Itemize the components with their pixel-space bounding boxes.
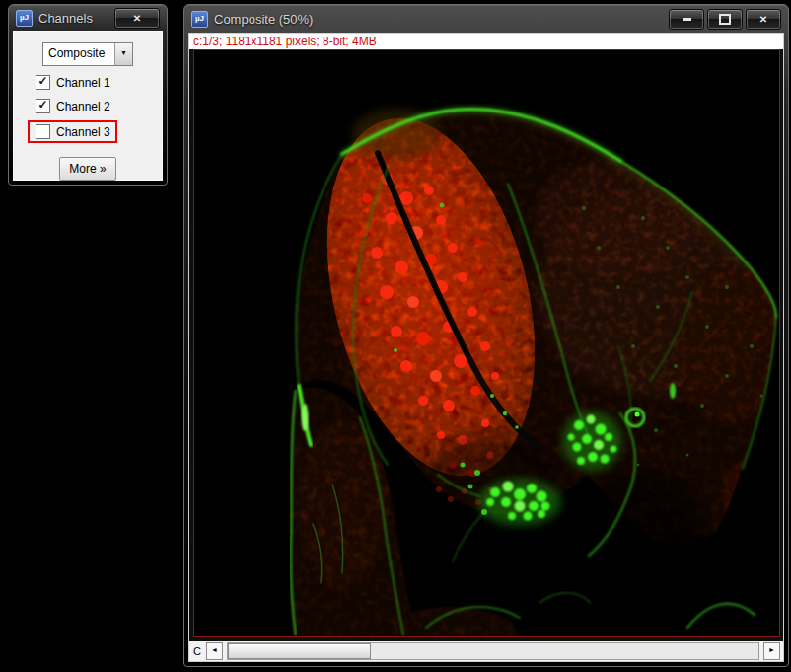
channels-window: µJ Channels ✕ Composite ▼ ✓ Channel 1 ✓ … <box>8 4 168 186</box>
channel-1-label: Channel 1 <box>56 76 110 90</box>
composite-window: µJ Composite (50%) ✕ c:1/3; 1181x1181 pi… <box>183 4 789 667</box>
minimize-icon <box>683 18 691 21</box>
imagej-icon: µJ <box>16 10 33 27</box>
channel-2-label: Channel 2 <box>56 100 110 113</box>
image-canvas[interactable] <box>193 49 780 637</box>
scroll-right-button[interactable]: ► <box>763 642 780 660</box>
image-status-bar: c:1/3; 1181x1181 pixels; 8-bit; 4MB <box>189 34 783 49</box>
channel-2-checkbox[interactable]: ✓ <box>36 99 50 113</box>
scroll-right-icon: ► <box>768 646 775 653</box>
close-button[interactable]: ✕ <box>114 8 160 29</box>
channel-1-row[interactable]: ✓ Channel 1 <box>36 75 162 90</box>
composite-titlebar[interactable]: µJ Composite (50%) ✕ <box>184 5 788 33</box>
check-icon: ✓ <box>37 98 47 112</box>
maximize-button[interactable] <box>707 9 743 30</box>
channel-scrollbar-thumb[interactable] <box>228 643 371 659</box>
channel-3-label: Channel 3 <box>56 125 110 139</box>
channel-2-row[interactable]: ✓ Channel 2 <box>36 99 162 113</box>
more-button[interactable]: More » <box>59 157 116 181</box>
canvas-row <box>189 49 783 637</box>
imagej-icon: µJ <box>191 11 208 28</box>
composite-client-area: c:1/3; 1181x1181 pixels; 8-bit; 4MB <box>188 33 784 662</box>
display-mode-value: Composite <box>43 43 114 65</box>
close-button[interactable]: ✕ <box>746 9 781 30</box>
channel-scrollbar-label: C <box>192 645 202 657</box>
display-mode-select[interactable]: Composite ▼ <box>42 42 133 66</box>
check-icon: ✓ <box>37 74 47 88</box>
channel-scrollbar: C ◄ ► <box>189 641 783 661</box>
chevron-down-icon[interactable]: ▼ <box>114 43 132 65</box>
minimize-button[interactable] <box>669 9 704 30</box>
close-icon: ✕ <box>133 13 141 24</box>
channels-window-title: Channels <box>38 11 93 26</box>
channel-scrollbar-track[interactable] <box>227 642 759 660</box>
channel-3-highlight-box: Channel 3 <box>28 120 117 143</box>
channel-3-checkbox[interactable] <box>36 124 50 139</box>
channel-1-checkbox[interactable]: ✓ <box>36 75 50 90</box>
scroll-left-icon: ◄ <box>211 646 218 653</box>
microscopy-image <box>194 50 779 636</box>
composite-window-title: Composite (50%) <box>214 12 313 27</box>
maximize-icon <box>719 14 731 25</box>
close-icon: ✕ <box>759 14 767 25</box>
desktop: { "icons": { "close": "✕", "dropdown_arr… <box>0 0 791 672</box>
channels-dialog-body: Composite ▼ ✓ Channel 1 ✓ Channel 2 Chan… <box>13 31 163 181</box>
channels-titlebar[interactable]: µJ Channels ✕ <box>9 5 167 31</box>
scroll-left-button[interactable]: ◄ <box>206 642 223 660</box>
